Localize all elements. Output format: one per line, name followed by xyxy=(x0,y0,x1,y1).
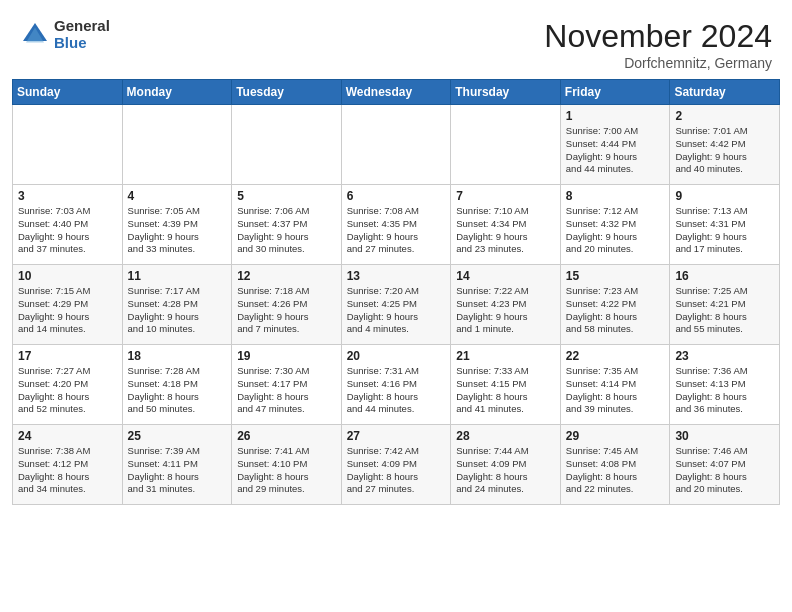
calendar-cell: 19Sunrise: 7:30 AM Sunset: 4:17 PM Dayli… xyxy=(232,345,342,425)
day-number: 23 xyxy=(675,349,774,363)
header-day-thursday: Thursday xyxy=(451,80,561,105)
calendar-cell: 29Sunrise: 7:45 AM Sunset: 4:08 PM Dayli… xyxy=(560,425,670,505)
day-info: Sunrise: 7:28 AM Sunset: 4:18 PM Dayligh… xyxy=(128,365,227,416)
header-day-friday: Friday xyxy=(560,80,670,105)
calendar-cell: 15Sunrise: 7:23 AM Sunset: 4:22 PM Dayli… xyxy=(560,265,670,345)
logo-text: General Blue xyxy=(54,18,110,51)
day-number: 11 xyxy=(128,269,227,283)
calendar-wrapper: SundayMondayTuesdayWednesdayThursdayFrid… xyxy=(0,79,792,517)
day-info: Sunrise: 7:18 AM Sunset: 4:26 PM Dayligh… xyxy=(237,285,336,336)
day-number: 26 xyxy=(237,429,336,443)
header-day-tuesday: Tuesday xyxy=(232,80,342,105)
calendar-cell xyxy=(451,105,561,185)
calendar-cell: 27Sunrise: 7:42 AM Sunset: 4:09 PM Dayli… xyxy=(341,425,451,505)
day-info: Sunrise: 7:35 AM Sunset: 4:14 PM Dayligh… xyxy=(566,365,665,416)
calendar-cell: 6Sunrise: 7:08 AM Sunset: 4:35 PM Daylig… xyxy=(341,185,451,265)
day-info: Sunrise: 7:12 AM Sunset: 4:32 PM Dayligh… xyxy=(566,205,665,256)
calendar-cell xyxy=(341,105,451,185)
calendar-cell: 14Sunrise: 7:22 AM Sunset: 4:23 PM Dayli… xyxy=(451,265,561,345)
month-title: November 2024 xyxy=(544,18,772,55)
day-info: Sunrise: 7:38 AM Sunset: 4:12 PM Dayligh… xyxy=(18,445,117,496)
day-number: 8 xyxy=(566,189,665,203)
day-number: 29 xyxy=(566,429,665,443)
calendar-body: 1Sunrise: 7:00 AM Sunset: 4:44 PM Daylig… xyxy=(13,105,780,505)
calendar-week-5: 24Sunrise: 7:38 AM Sunset: 4:12 PM Dayli… xyxy=(13,425,780,505)
day-number: 27 xyxy=(347,429,446,443)
calendar-cell: 21Sunrise: 7:33 AM Sunset: 4:15 PM Dayli… xyxy=(451,345,561,425)
day-info: Sunrise: 7:22 AM Sunset: 4:23 PM Dayligh… xyxy=(456,285,555,336)
day-info: Sunrise: 7:01 AM Sunset: 4:42 PM Dayligh… xyxy=(675,125,774,176)
day-number: 7 xyxy=(456,189,555,203)
day-number: 13 xyxy=(347,269,446,283)
calendar-cell: 24Sunrise: 7:38 AM Sunset: 4:12 PM Dayli… xyxy=(13,425,123,505)
day-info: Sunrise: 7:13 AM Sunset: 4:31 PM Dayligh… xyxy=(675,205,774,256)
logo: General Blue xyxy=(20,18,110,51)
header-day-monday: Monday xyxy=(122,80,232,105)
calendar-cell: 16Sunrise: 7:25 AM Sunset: 4:21 PM Dayli… xyxy=(670,265,780,345)
calendar-week-3: 10Sunrise: 7:15 AM Sunset: 4:29 PM Dayli… xyxy=(13,265,780,345)
calendar-cell: 7Sunrise: 7:10 AM Sunset: 4:34 PM Daylig… xyxy=(451,185,561,265)
location-text: Dorfchemnitz, Germany xyxy=(544,55,772,71)
calendar-cell: 1Sunrise: 7:00 AM Sunset: 4:44 PM Daylig… xyxy=(560,105,670,185)
day-info: Sunrise: 7:08 AM Sunset: 4:35 PM Dayligh… xyxy=(347,205,446,256)
page-header: General Blue November 2024 Dorfchemnitz,… xyxy=(0,0,792,79)
calendar-cell: 25Sunrise: 7:39 AM Sunset: 4:11 PM Dayli… xyxy=(122,425,232,505)
day-info: Sunrise: 7:44 AM Sunset: 4:09 PM Dayligh… xyxy=(456,445,555,496)
calendar-cell: 9Sunrise: 7:13 AM Sunset: 4:31 PM Daylig… xyxy=(670,185,780,265)
day-number: 19 xyxy=(237,349,336,363)
day-number: 10 xyxy=(18,269,117,283)
day-info: Sunrise: 7:42 AM Sunset: 4:09 PM Dayligh… xyxy=(347,445,446,496)
day-info: Sunrise: 7:45 AM Sunset: 4:08 PM Dayligh… xyxy=(566,445,665,496)
day-info: Sunrise: 7:15 AM Sunset: 4:29 PM Dayligh… xyxy=(18,285,117,336)
day-info: Sunrise: 7:30 AM Sunset: 4:17 PM Dayligh… xyxy=(237,365,336,416)
day-info: Sunrise: 7:23 AM Sunset: 4:22 PM Dayligh… xyxy=(566,285,665,336)
title-block: November 2024 Dorfchemnitz, Germany xyxy=(544,18,772,71)
day-info: Sunrise: 7:27 AM Sunset: 4:20 PM Dayligh… xyxy=(18,365,117,416)
calendar-cell xyxy=(13,105,123,185)
calendar-cell: 10Sunrise: 7:15 AM Sunset: 4:29 PM Dayli… xyxy=(13,265,123,345)
logo-blue-text: Blue xyxy=(54,35,110,52)
day-info: Sunrise: 7:36 AM Sunset: 4:13 PM Dayligh… xyxy=(675,365,774,416)
calendar-cell: 13Sunrise: 7:20 AM Sunset: 4:25 PM Dayli… xyxy=(341,265,451,345)
calendar-cell: 23Sunrise: 7:36 AM Sunset: 4:13 PM Dayli… xyxy=(670,345,780,425)
calendar-cell: 11Sunrise: 7:17 AM Sunset: 4:28 PM Dayli… xyxy=(122,265,232,345)
calendar-cell: 3Sunrise: 7:03 AM Sunset: 4:40 PM Daylig… xyxy=(13,185,123,265)
day-number: 24 xyxy=(18,429,117,443)
day-number: 25 xyxy=(128,429,227,443)
calendar-header: SundayMondayTuesdayWednesdayThursdayFrid… xyxy=(13,80,780,105)
header-row: SundayMondayTuesdayWednesdayThursdayFrid… xyxy=(13,80,780,105)
day-number: 5 xyxy=(237,189,336,203)
calendar-cell: 17Sunrise: 7:27 AM Sunset: 4:20 PM Dayli… xyxy=(13,345,123,425)
header-day-sunday: Sunday xyxy=(13,80,123,105)
calendar-table: SundayMondayTuesdayWednesdayThursdayFrid… xyxy=(12,79,780,505)
day-number: 30 xyxy=(675,429,774,443)
day-number: 22 xyxy=(566,349,665,363)
day-info: Sunrise: 7:06 AM Sunset: 4:37 PM Dayligh… xyxy=(237,205,336,256)
day-info: Sunrise: 7:25 AM Sunset: 4:21 PM Dayligh… xyxy=(675,285,774,336)
calendar-cell: 12Sunrise: 7:18 AM Sunset: 4:26 PM Dayli… xyxy=(232,265,342,345)
day-number: 1 xyxy=(566,109,665,123)
day-number: 28 xyxy=(456,429,555,443)
day-info: Sunrise: 7:03 AM Sunset: 4:40 PM Dayligh… xyxy=(18,205,117,256)
day-number: 9 xyxy=(675,189,774,203)
day-number: 15 xyxy=(566,269,665,283)
day-info: Sunrise: 7:17 AM Sunset: 4:28 PM Dayligh… xyxy=(128,285,227,336)
day-info: Sunrise: 7:20 AM Sunset: 4:25 PM Dayligh… xyxy=(347,285,446,336)
calendar-week-4: 17Sunrise: 7:27 AM Sunset: 4:20 PM Dayli… xyxy=(13,345,780,425)
logo-icon xyxy=(20,20,50,50)
calendar-cell: 26Sunrise: 7:41 AM Sunset: 4:10 PM Dayli… xyxy=(232,425,342,505)
day-number: 12 xyxy=(237,269,336,283)
calendar-cell xyxy=(122,105,232,185)
day-number: 4 xyxy=(128,189,227,203)
day-info: Sunrise: 7:39 AM Sunset: 4:11 PM Dayligh… xyxy=(128,445,227,496)
logo-general-text: General xyxy=(54,18,110,35)
calendar-week-1: 1Sunrise: 7:00 AM Sunset: 4:44 PM Daylig… xyxy=(13,105,780,185)
day-number: 14 xyxy=(456,269,555,283)
calendar-cell: 5Sunrise: 7:06 AM Sunset: 4:37 PM Daylig… xyxy=(232,185,342,265)
day-number: 16 xyxy=(675,269,774,283)
day-number: 6 xyxy=(347,189,446,203)
calendar-cell: 28Sunrise: 7:44 AM Sunset: 4:09 PM Dayli… xyxy=(451,425,561,505)
day-number: 17 xyxy=(18,349,117,363)
calendar-cell: 2Sunrise: 7:01 AM Sunset: 4:42 PM Daylig… xyxy=(670,105,780,185)
day-number: 2 xyxy=(675,109,774,123)
